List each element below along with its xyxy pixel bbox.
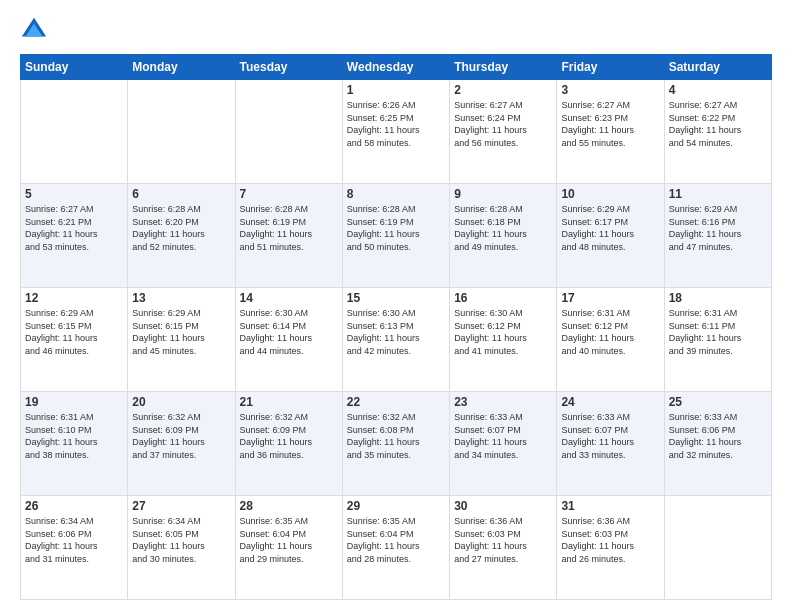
day-number: 29 — [347, 499, 445, 513]
day-number: 21 — [240, 395, 338, 409]
day-cell: 12Sunrise: 6:29 AM Sunset: 6:15 PM Dayli… — [21, 288, 128, 392]
day-number: 16 — [454, 291, 552, 305]
day-info: Sunrise: 6:29 AM Sunset: 6:15 PM Dayligh… — [132, 307, 230, 357]
day-cell: 8Sunrise: 6:28 AM Sunset: 6:19 PM Daylig… — [342, 184, 449, 288]
week-row-1: 1Sunrise: 6:26 AM Sunset: 6:25 PM Daylig… — [21, 80, 772, 184]
day-cell: 1Sunrise: 6:26 AM Sunset: 6:25 PM Daylig… — [342, 80, 449, 184]
day-number: 23 — [454, 395, 552, 409]
day-cell: 30Sunrise: 6:36 AM Sunset: 6:03 PM Dayli… — [450, 496, 557, 600]
day-info: Sunrise: 6:26 AM Sunset: 6:25 PM Dayligh… — [347, 99, 445, 149]
day-cell: 28Sunrise: 6:35 AM Sunset: 6:04 PM Dayli… — [235, 496, 342, 600]
day-header-sunday: Sunday — [21, 55, 128, 80]
day-cell: 11Sunrise: 6:29 AM Sunset: 6:16 PM Dayli… — [664, 184, 771, 288]
day-number: 27 — [132, 499, 230, 513]
day-number: 20 — [132, 395, 230, 409]
day-info: Sunrise: 6:32 AM Sunset: 6:09 PM Dayligh… — [132, 411, 230, 461]
day-number: 13 — [132, 291, 230, 305]
day-info: Sunrise: 6:29 AM Sunset: 6:17 PM Dayligh… — [561, 203, 659, 253]
day-info: Sunrise: 6:30 AM Sunset: 6:13 PM Dayligh… — [347, 307, 445, 357]
day-cell: 4Sunrise: 6:27 AM Sunset: 6:22 PM Daylig… — [664, 80, 771, 184]
day-cell: 13Sunrise: 6:29 AM Sunset: 6:15 PM Dayli… — [128, 288, 235, 392]
day-info: Sunrise: 6:29 AM Sunset: 6:15 PM Dayligh… — [25, 307, 123, 357]
day-info: Sunrise: 6:32 AM Sunset: 6:09 PM Dayligh… — [240, 411, 338, 461]
day-cell: 22Sunrise: 6:32 AM Sunset: 6:08 PM Dayli… — [342, 392, 449, 496]
day-cell: 15Sunrise: 6:30 AM Sunset: 6:13 PM Dayli… — [342, 288, 449, 392]
week-row-2: 5Sunrise: 6:27 AM Sunset: 6:21 PM Daylig… — [21, 184, 772, 288]
day-info: Sunrise: 6:27 AM Sunset: 6:21 PM Dayligh… — [25, 203, 123, 253]
day-number: 22 — [347, 395, 445, 409]
day-cell — [235, 80, 342, 184]
day-info: Sunrise: 6:33 AM Sunset: 6:07 PM Dayligh… — [454, 411, 552, 461]
calendar-table: SundayMondayTuesdayWednesdayThursdayFrid… — [20, 54, 772, 600]
day-info: Sunrise: 6:27 AM Sunset: 6:23 PM Dayligh… — [561, 99, 659, 149]
day-cell: 27Sunrise: 6:34 AM Sunset: 6:05 PM Dayli… — [128, 496, 235, 600]
day-header-thursday: Thursday — [450, 55, 557, 80]
day-info: Sunrise: 6:31 AM Sunset: 6:11 PM Dayligh… — [669, 307, 767, 357]
day-number: 26 — [25, 499, 123, 513]
day-header-friday: Friday — [557, 55, 664, 80]
day-header-monday: Monday — [128, 55, 235, 80]
day-info: Sunrise: 6:34 AM Sunset: 6:05 PM Dayligh… — [132, 515, 230, 565]
day-cell: 10Sunrise: 6:29 AM Sunset: 6:17 PM Dayli… — [557, 184, 664, 288]
day-cell: 16Sunrise: 6:30 AM Sunset: 6:12 PM Dayli… — [450, 288, 557, 392]
day-number: 11 — [669, 187, 767, 201]
day-number: 6 — [132, 187, 230, 201]
day-number: 12 — [25, 291, 123, 305]
day-header-tuesday: Tuesday — [235, 55, 342, 80]
day-info: Sunrise: 6:27 AM Sunset: 6:22 PM Dayligh… — [669, 99, 767, 149]
day-info: Sunrise: 6:33 AM Sunset: 6:06 PM Dayligh… — [669, 411, 767, 461]
day-cell: 26Sunrise: 6:34 AM Sunset: 6:06 PM Dayli… — [21, 496, 128, 600]
day-info: Sunrise: 6:34 AM Sunset: 6:06 PM Dayligh… — [25, 515, 123, 565]
day-info: Sunrise: 6:29 AM Sunset: 6:16 PM Dayligh… — [669, 203, 767, 253]
day-cell: 17Sunrise: 6:31 AM Sunset: 6:12 PM Dayli… — [557, 288, 664, 392]
day-cell: 7Sunrise: 6:28 AM Sunset: 6:19 PM Daylig… — [235, 184, 342, 288]
day-number: 9 — [454, 187, 552, 201]
day-info: Sunrise: 6:30 AM Sunset: 6:12 PM Dayligh… — [454, 307, 552, 357]
day-cell: 23Sunrise: 6:33 AM Sunset: 6:07 PM Dayli… — [450, 392, 557, 496]
day-info: Sunrise: 6:35 AM Sunset: 6:04 PM Dayligh… — [347, 515, 445, 565]
day-number: 17 — [561, 291, 659, 305]
day-header-wednesday: Wednesday — [342, 55, 449, 80]
logo-icon — [20, 16, 48, 44]
day-info: Sunrise: 6:35 AM Sunset: 6:04 PM Dayligh… — [240, 515, 338, 565]
day-number: 3 — [561, 83, 659, 97]
day-cell — [128, 80, 235, 184]
day-cell: 5Sunrise: 6:27 AM Sunset: 6:21 PM Daylig… — [21, 184, 128, 288]
day-cell — [664, 496, 771, 600]
day-cell: 18Sunrise: 6:31 AM Sunset: 6:11 PM Dayli… — [664, 288, 771, 392]
day-number: 15 — [347, 291, 445, 305]
week-row-5: 26Sunrise: 6:34 AM Sunset: 6:06 PM Dayli… — [21, 496, 772, 600]
day-info: Sunrise: 6:36 AM Sunset: 6:03 PM Dayligh… — [454, 515, 552, 565]
day-number: 10 — [561, 187, 659, 201]
day-cell: 20Sunrise: 6:32 AM Sunset: 6:09 PM Dayli… — [128, 392, 235, 496]
day-info: Sunrise: 6:36 AM Sunset: 6:03 PM Dayligh… — [561, 515, 659, 565]
day-number: 24 — [561, 395, 659, 409]
day-cell: 9Sunrise: 6:28 AM Sunset: 6:18 PM Daylig… — [450, 184, 557, 288]
day-cell: 14Sunrise: 6:30 AM Sunset: 6:14 PM Dayli… — [235, 288, 342, 392]
day-info: Sunrise: 6:28 AM Sunset: 6:18 PM Dayligh… — [454, 203, 552, 253]
day-number: 7 — [240, 187, 338, 201]
day-info: Sunrise: 6:28 AM Sunset: 6:20 PM Dayligh… — [132, 203, 230, 253]
day-number: 25 — [669, 395, 767, 409]
day-header-saturday: Saturday — [664, 55, 771, 80]
day-number: 4 — [669, 83, 767, 97]
week-row-4: 19Sunrise: 6:31 AM Sunset: 6:10 PM Dayli… — [21, 392, 772, 496]
day-number: 28 — [240, 499, 338, 513]
day-number: 31 — [561, 499, 659, 513]
day-info: Sunrise: 6:28 AM Sunset: 6:19 PM Dayligh… — [347, 203, 445, 253]
day-info: Sunrise: 6:28 AM Sunset: 6:19 PM Dayligh… — [240, 203, 338, 253]
day-number: 8 — [347, 187, 445, 201]
day-info: Sunrise: 6:31 AM Sunset: 6:10 PM Dayligh… — [25, 411, 123, 461]
day-number: 5 — [25, 187, 123, 201]
day-number: 14 — [240, 291, 338, 305]
day-info: Sunrise: 6:31 AM Sunset: 6:12 PM Dayligh… — [561, 307, 659, 357]
day-number: 2 — [454, 83, 552, 97]
day-info: Sunrise: 6:32 AM Sunset: 6:08 PM Dayligh… — [347, 411, 445, 461]
day-cell: 31Sunrise: 6:36 AM Sunset: 6:03 PM Dayli… — [557, 496, 664, 600]
day-headers-row: SundayMondayTuesdayWednesdayThursdayFrid… — [21, 55, 772, 80]
day-cell: 3Sunrise: 6:27 AM Sunset: 6:23 PM Daylig… — [557, 80, 664, 184]
day-cell: 19Sunrise: 6:31 AM Sunset: 6:10 PM Dayli… — [21, 392, 128, 496]
day-cell: 24Sunrise: 6:33 AM Sunset: 6:07 PM Dayli… — [557, 392, 664, 496]
logo — [20, 16, 52, 44]
day-number: 1 — [347, 83, 445, 97]
